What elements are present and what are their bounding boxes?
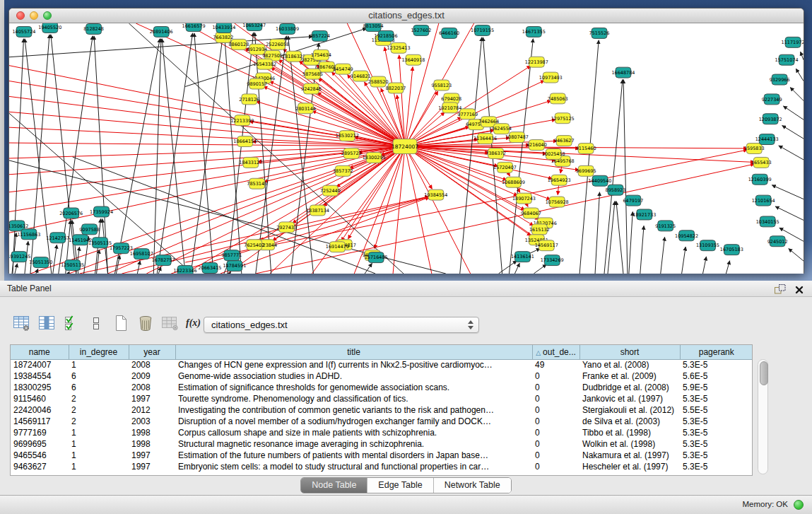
tab-network-table[interactable]: Network Table bbox=[433, 478, 511, 493]
network-node-yellow[interactable]: 2895723 bbox=[341, 148, 362, 159]
row-selection-icon[interactable] bbox=[62, 313, 81, 333]
network-node-yellow[interactable]: 3624554 bbox=[491, 124, 512, 134]
network-node-teal[interactable]: 9245012 bbox=[767, 236, 788, 247]
table-cell[interactable]: Genome-wide association studies in ADHD. bbox=[175, 370, 532, 382]
network-node-teal[interactable]: 7515526 bbox=[589, 28, 610, 38]
table-cell[interactable]: Investigating the contribution of common… bbox=[175, 404, 532, 416]
network-node-yellow[interactable]: 12975125 bbox=[551, 113, 575, 124]
network-node-yellow[interactable]: 9684067 bbox=[521, 208, 541, 218]
table-row[interactable]: 1938455462009Genome-wide association stu… bbox=[11, 370, 753, 382]
table-cell[interactable]: 5.3E-5 bbox=[680, 461, 753, 472]
table-cell[interactable]: 0 bbox=[532, 370, 579, 382]
table-cell[interactable]: 0 bbox=[532, 438, 579, 450]
citation-edge-black[interactable] bbox=[629, 211, 632, 274]
table-cell[interactable]: 6 bbox=[69, 370, 129, 382]
tab-edge-table[interactable]: Edge Table bbox=[367, 478, 433, 493]
table-cell[interactable]: Tibbo et al. (1998) bbox=[579, 427, 680, 438]
network-node-yellow[interactable]: 1655433 bbox=[751, 157, 772, 168]
table-cell[interactable]: Structural magnetic resonance image aver… bbox=[175, 438, 532, 450]
table-cell[interactable]: 9777169 bbox=[11, 427, 69, 438]
table-cell[interactable]: Tourette syndrome. Phenomenology and cla… bbox=[175, 393, 532, 404]
table-cell[interactable]: 1997 bbox=[129, 393, 175, 404]
column-header-name[interactable]: name bbox=[11, 345, 69, 359]
citation-edge-red[interactable] bbox=[405, 146, 432, 274]
column-header-in_degree[interactable]: in_degree bbox=[69, 345, 129, 359]
network-node-teal[interactable]: 12101654 bbox=[752, 195, 775, 206]
table-cell[interactable]: 5.5E-5 bbox=[680, 404, 753, 416]
network-node-yellow[interactable]: 12213399 bbox=[230, 115, 254, 126]
table-cell[interactable]: 5.3E-5 bbox=[680, 438, 753, 450]
network-node-yellow[interactable]: 9890157 bbox=[247, 78, 267, 89]
citation-edge-black[interactable] bbox=[779, 146, 804, 160]
float-panel-icon[interactable] bbox=[774, 284, 787, 298]
network-node-yellow[interactable]: 8454749 bbox=[333, 64, 353, 74]
network-node-teal[interactable]: 16033809 bbox=[276, 23, 299, 34]
citation-edge-black[interactable] bbox=[703, 257, 707, 274]
table-row[interactable]: 977716911998Corpus callosum shape and si… bbox=[11, 427, 753, 438]
table-cell[interactable]: 0 bbox=[532, 427, 579, 438]
table-cell[interactable]: 2008 bbox=[129, 382, 175, 393]
table-cell[interactable]: 1 bbox=[69, 461, 129, 472]
network-node-teal[interactable]: 20891406 bbox=[150, 26, 173, 37]
network-node-teal[interactable]: 11171972 bbox=[782, 37, 804, 47]
network-node-yellow[interactable]: 3857372 bbox=[333, 165, 353, 176]
network-node-yellow[interactable]: 8822037 bbox=[386, 83, 406, 93]
table-cell[interactable]: 2012 bbox=[129, 404, 175, 416]
network-node-yellow[interactable]: 9115460 bbox=[576, 144, 596, 154]
table-cell[interactable]: Corpus callosum shape and size in male p… bbox=[175, 427, 532, 438]
citation-edge-black[interactable] bbox=[661, 237, 665, 274]
table-cell[interactable]: 1998 bbox=[129, 427, 175, 438]
table-cell[interactable]: 1 bbox=[69, 359, 129, 370]
network-canvas[interactable]: 1872400776638228860128891293425226058982… bbox=[9, 23, 804, 274]
network-node-teal[interactable]: 14409540 bbox=[589, 175, 612, 186]
table-cell[interactable]: 0 bbox=[532, 404, 579, 416]
citation-edge-black[interactable] bbox=[623, 80, 628, 274]
network-node-yellow[interactable]: 7625402 bbox=[244, 240, 264, 250]
network-node-yellow[interactable]: 10807487 bbox=[505, 132, 529, 143]
table-row[interactable]: 1872400712008Changes of HCN gene express… bbox=[11, 359, 753, 370]
table-cell[interactable]: 0 bbox=[532, 461, 579, 472]
network-node-yellow[interactable]: 2803144 bbox=[295, 103, 316, 114]
table-cell[interactable]: 0 bbox=[532, 393, 579, 404]
table-cell[interactable]: 1997 bbox=[129, 450, 175, 461]
minimize-window-button[interactable] bbox=[30, 11, 38, 20]
column-header-title[interactable]: title bbox=[175, 345, 532, 359]
table-cell[interactable]: 2009 bbox=[129, 370, 175, 382]
function-builder-icon[interactable]: f(x) bbox=[186, 317, 201, 329]
network-node-yellow[interactable]: 9463627 bbox=[554, 136, 575, 146]
column-header-out_de[interactable]: △out_de... bbox=[532, 345, 579, 359]
table-cell[interactable]: 9465546 bbox=[11, 450, 69, 461]
citation-edge-black[interactable] bbox=[682, 247, 686, 274]
network-node-teal[interactable]: 10653247 bbox=[242, 23, 266, 30]
network-node-yellow[interactable]: 18530212 bbox=[336, 131, 359, 141]
network-node-teal[interactable]: 12093872 bbox=[759, 114, 782, 124]
table-cell[interactable]: 2008 bbox=[129, 359, 175, 370]
network-window-titlebar[interactable]: citations_edges.txt bbox=[9, 8, 804, 23]
citation-edge-black[interactable] bbox=[514, 263, 519, 274]
network-node-yellow[interactable]: 5875685 bbox=[302, 69, 323, 79]
table-cell[interactable]: 9115460 bbox=[11, 393, 69, 404]
network-node-teal[interactable]: 9329966 bbox=[770, 74, 790, 85]
network-node-teal[interactable]: 14671355 bbox=[522, 26, 546, 37]
network-node-teal[interactable]: 10719155 bbox=[471, 25, 494, 35]
network-node-teal[interactable]: 19405520 bbox=[38, 23, 61, 33]
network-node-yellow[interactable]: 9242848 bbox=[301, 83, 322, 94]
network-node-yellow[interactable]: 1615132 bbox=[529, 224, 550, 235]
citation-edge-black[interactable] bbox=[460, 37, 482, 274]
table-settings-icon[interactable] bbox=[13, 313, 31, 333]
network-node-yellow[interactable]: 19654923 bbox=[548, 175, 571, 185]
network-node-teal[interactable]: 18921733 bbox=[632, 209, 656, 220]
network-node-teal[interactable]: 15051350 bbox=[29, 257, 52, 268]
network-node-teal[interactable]: 15751074 bbox=[775, 54, 799, 65]
delete-column-icon[interactable] bbox=[136, 313, 155, 333]
table-cell[interactable]: 22420046 bbox=[11, 404, 69, 416]
close-panel-icon[interactable] bbox=[795, 284, 804, 297]
citation-edge-red[interactable] bbox=[405, 146, 471, 274]
network-node-yellow[interactable]: 7853145 bbox=[247, 178, 267, 189]
table-cell[interactable]: 18300295 bbox=[11, 382, 69, 393]
table-cell[interactable]: Changes of HCN gene expression and I(f) … bbox=[175, 359, 532, 370]
table-cell[interactable]: 1997 bbox=[129, 461, 175, 472]
citation-edge-black[interactable] bbox=[726, 261, 729, 274]
network-node-teal[interactable]: 16705183 bbox=[720, 245, 743, 255]
network-node-teal[interactable]: 10433914 bbox=[212, 23, 235, 33]
